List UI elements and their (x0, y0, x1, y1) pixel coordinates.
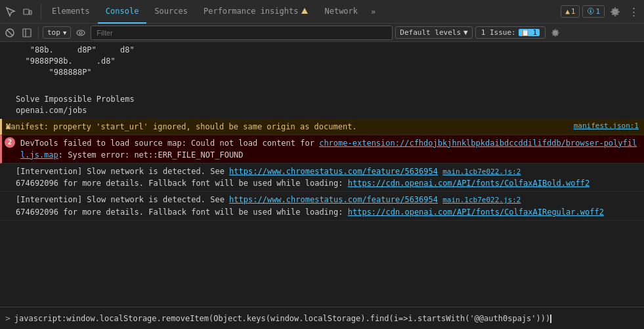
filter-input-container (91, 26, 393, 40)
issues-badge[interactable]: 1 Issue: 📋 1 (475, 26, 546, 39)
svg-rect-5 (23, 29, 31, 37)
svg-rect-1 (30, 11, 32, 14)
info-count-badge[interactable]: 🛈 1 (582, 5, 605, 18)
manifest-source-link[interactable]: manifest.json:1 (574, 121, 639, 132)
cursor (550, 315, 551, 323)
toolbar-right-controls: ▲ 1 🛈 1 ⋮ (558, 4, 641, 20)
toolbar-icon-group (3, 4, 41, 20)
tab-more-button[interactable]: » (366, 0, 381, 24)
clear-console-button[interactable] (3, 26, 17, 40)
eye-button[interactable] (74, 26, 88, 40)
error-source-map-link[interactable]: chrome-extension://cfhdojbkjhnklbpkdaibd… (20, 139, 637, 160)
devtools-error-text: DevTools failed to load source map: Coul… (20, 137, 639, 161)
intervention-1-text: [Intervention] Slow network is detected.… (16, 165, 639, 190)
tab-sources[interactable]: Sources (146, 0, 196, 24)
tab-network[interactable]: Network (316, 0, 366, 24)
chromestatus-link-2[interactable]: https://www.chromestatus.com/feature/563… (229, 195, 438, 204)
show-sidebar-button[interactable] (20, 26, 34, 40)
svg-point-7 (77, 30, 85, 35)
tab-elements[interactable]: Elements (44, 0, 98, 24)
log-entry-jobs: Solve Impossible Problems openai.com/job… (0, 80, 644, 118)
colfa-bold-font-link[interactable]: https://cdn.openai.com/API/fonts/ColfaxA… (348, 179, 590, 188)
input-chevron-icon: > (5, 313, 11, 323)
filter-input[interactable] (91, 26, 393, 40)
warn-count-badge[interactable]: ▲ 1 (561, 5, 580, 18)
console-output[interactable]: "88b. d8P" d8" "9888P98b. .d8" "988888P"… (0, 42, 644, 307)
svg-marker-2 (301, 8, 308, 14)
console-toolbar: top ▼ Default levels ▼ 1 Issue: 📋 1 (0, 24, 644, 42)
tab-console[interactable]: Console (98, 0, 147, 24)
intervention-1-source[interactable]: main.1cb7e022.js:2 (442, 167, 521, 176)
log-entry-manifest-warn: ▲ Manifest: property 'start_url' ignored… (0, 119, 644, 135)
svg-point-8 (79, 32, 82, 34)
error-count-badge: 2 (5, 137, 15, 148)
log-entry-devtools-error: 2 DevTools failed to load source map: Co… (0, 135, 644, 164)
log-levels-dropdown[interactable]: Default levels ▼ (395, 26, 472, 39)
settings-button[interactable] (607, 4, 623, 20)
colfa-regular-font-link[interactable]: https://cdn.openai.com/API/fonts/ColfaxA… (348, 208, 604, 217)
log-entry-ascii-art: "88b. d8P" d8" "9888P98b. .d8" "988888P" (0, 42, 644, 80)
tab-performance-insights[interactable]: Performance insights (196, 0, 317, 24)
warn-icon: ▲ (6, 121, 11, 133)
execution-context-dropdown[interactable]: top ▼ (43, 26, 71, 39)
log-entry-intervention-1: [Intervention] Slow network is detected.… (0, 164, 644, 192)
intervention-2-source[interactable]: main.1cb7e022.js:2 (442, 196, 521, 204)
console-input-bar: > javascript:window.localStorage.removeI… (0, 307, 644, 329)
more-options-button[interactable]: ⋮ (626, 4, 641, 20)
manifest-warn-text: Manifest: property 'start_url' ignored, … (6, 121, 569, 133)
devtools-tab-bar: Elements Console Sources Performance ins… (0, 0, 644, 24)
console-input-text[interactable]: javascript:window.localStorage.removeIte… (14, 314, 639, 323)
chromestatus-link-1[interactable]: https://www.chromestatus.com/feature/563… (229, 167, 438, 176)
toolbar-divider (38, 27, 39, 39)
console-settings-button[interactable] (548, 26, 563, 40)
main-tab-bar: Elements Console Sources Performance ins… (44, 0, 558, 24)
log-entry-intervention-2: [Intervention] Slow network is detected.… (0, 192, 644, 221)
intervention-2-text: [Intervention] Slow network is detected.… (16, 194, 639, 218)
device-toolbar-button[interactable] (20, 4, 35, 20)
svg-rect-0 (24, 9, 29, 14)
inspect-element-button[interactable] (3, 4, 18, 20)
svg-line-4 (7, 30, 12, 35)
